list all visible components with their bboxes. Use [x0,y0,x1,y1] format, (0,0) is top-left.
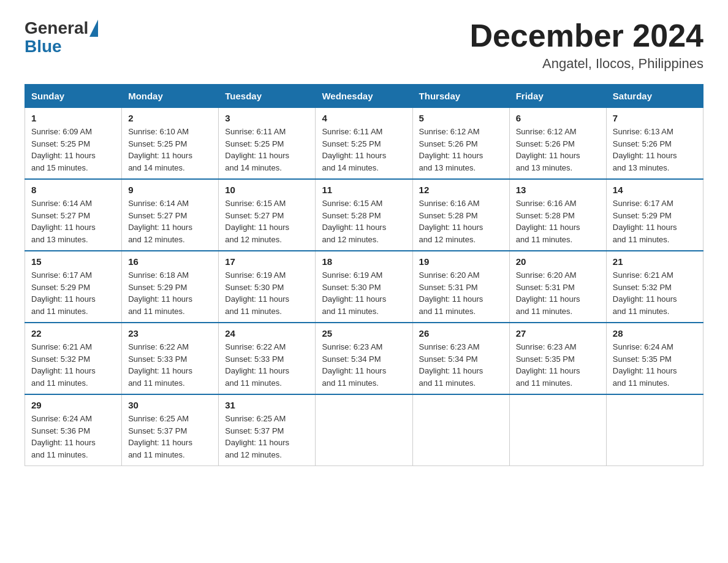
day-number: 10 [225,185,309,195]
day-number: 19 [419,256,503,267]
calendar-cell [316,394,412,466]
day-number: 28 [613,328,697,339]
day-number: 27 [516,328,600,339]
day-info: Sunrise: 6:18 AMSunset: 5:29 PMDaylight:… [128,269,212,317]
day-number: 7 [613,113,697,123]
day-info: Sunrise: 6:17 AMSunset: 5:29 PMDaylight:… [613,197,697,245]
day-info: Sunrise: 6:17 AMSunset: 5:29 PMDaylight:… [31,269,115,317]
day-info: Sunrise: 6:23 AMSunset: 5:34 PMDaylight:… [322,341,406,389]
page-header: General Blue December 2024 Angatel, Iloc… [25,18,703,72]
day-number: 9 [128,185,212,195]
day-number: 11 [322,185,406,195]
day-info: Sunrise: 6:25 AMSunset: 5:37 PMDaylight:… [128,413,212,461]
calendar-cell: 26Sunrise: 6:23 AMSunset: 5:34 PMDayligh… [412,323,509,394]
calendar-week-row: 1Sunrise: 6:09 AMSunset: 5:25 PMDaylight… [25,108,703,180]
calendar-cell [606,394,703,466]
day-info: Sunrise: 6:22 AMSunset: 5:33 PMDaylight:… [225,341,309,389]
day-number: 12 [419,185,503,195]
day-number: 4 [322,113,406,123]
calendar-table: SundayMondayTuesdayWednesdayThursdayFrid… [25,84,703,466]
day-number: 6 [516,113,600,123]
header-friday: Friday [509,85,606,108]
calendar-cell: 21Sunrise: 6:21 AMSunset: 5:32 PMDayligh… [606,251,703,323]
calendar-cell: 1Sunrise: 6:09 AMSunset: 5:25 PMDaylight… [25,108,122,180]
day-number: 20 [516,256,600,267]
day-number: 21 [613,256,697,267]
day-info: Sunrise: 6:25 AMSunset: 5:37 PMDaylight:… [225,413,309,461]
day-info: Sunrise: 6:11 AMSunset: 5:25 PMDaylight:… [225,126,309,174]
day-number: 29 [31,400,115,410]
header-tuesday: Tuesday [219,85,316,108]
day-info: Sunrise: 6:21 AMSunset: 5:32 PMDaylight:… [613,269,697,317]
calendar-cell: 20Sunrise: 6:20 AMSunset: 5:31 PMDayligh… [509,251,606,323]
day-info: Sunrise: 6:11 AMSunset: 5:25 PMDaylight:… [322,126,406,174]
calendar-cell [509,394,606,466]
calendar-cell: 9Sunrise: 6:14 AMSunset: 5:27 PMDaylight… [122,179,219,251]
calendar-cell: 28Sunrise: 6:24 AMSunset: 5:35 PMDayligh… [606,323,703,394]
calendar-cell: 22Sunrise: 6:21 AMSunset: 5:32 PMDayligh… [25,323,122,394]
calendar-cell: 14Sunrise: 6:17 AMSunset: 5:29 PMDayligh… [606,179,703,251]
day-number: 14 [613,185,697,195]
header-thursday: Thursday [412,85,509,108]
day-number: 31 [225,400,309,410]
calendar-cell: 17Sunrise: 6:19 AMSunset: 5:30 PMDayligh… [219,251,316,323]
calendar-header-row: SundayMondayTuesdayWednesdayThursdayFrid… [25,85,703,108]
day-info: Sunrise: 6:20 AMSunset: 5:31 PMDaylight:… [419,269,503,317]
header-wednesday: Wednesday [316,85,412,108]
calendar-cell: 6Sunrise: 6:12 AMSunset: 5:26 PMDaylight… [509,108,606,180]
day-info: Sunrise: 6:10 AMSunset: 5:25 PMDaylight:… [128,126,212,174]
day-info: Sunrise: 6:15 AMSunset: 5:28 PMDaylight:… [322,197,406,245]
day-number: 17 [225,256,309,267]
calendar-cell: 30Sunrise: 6:25 AMSunset: 5:37 PMDayligh… [122,394,219,466]
day-number: 26 [419,328,503,339]
day-info: Sunrise: 6:09 AMSunset: 5:25 PMDaylight:… [31,126,115,174]
day-info: Sunrise: 6:21 AMSunset: 5:32 PMDaylight:… [31,341,115,389]
day-info: Sunrise: 6:15 AMSunset: 5:27 PMDaylight:… [225,197,309,245]
logo: General Blue [25,18,98,55]
day-info: Sunrise: 6:24 AMSunset: 5:36 PMDaylight:… [31,413,115,461]
day-info: Sunrise: 6:23 AMSunset: 5:34 PMDaylight:… [419,341,503,389]
calendar-week-row: 22Sunrise: 6:21 AMSunset: 5:32 PMDayligh… [25,323,703,394]
day-number: 30 [128,400,212,410]
calendar-cell: 15Sunrise: 6:17 AMSunset: 5:29 PMDayligh… [25,251,122,323]
header-sunday: Sunday [25,85,122,108]
page-subtitle: Angatel, Ilocos, Philippines [469,56,703,72]
day-info: Sunrise: 6:20 AMSunset: 5:31 PMDaylight:… [516,269,600,317]
calendar-cell: 27Sunrise: 6:23 AMSunset: 5:35 PMDayligh… [509,323,606,394]
calendar-cell: 18Sunrise: 6:19 AMSunset: 5:30 PMDayligh… [316,251,412,323]
calendar-cell: 19Sunrise: 6:20 AMSunset: 5:31 PMDayligh… [412,251,509,323]
calendar-cell: 25Sunrise: 6:23 AMSunset: 5:34 PMDayligh… [316,323,412,394]
calendar-cell: 24Sunrise: 6:22 AMSunset: 5:33 PMDayligh… [219,323,316,394]
day-info: Sunrise: 6:22 AMSunset: 5:33 PMDaylight:… [128,341,212,389]
day-number: 1 [31,113,115,123]
day-number: 25 [322,328,406,339]
calendar-cell: 7Sunrise: 6:13 AMSunset: 5:26 PMDaylight… [606,108,703,180]
logo-text-blue: Blue [25,38,98,55]
calendar-cell: 10Sunrise: 6:15 AMSunset: 5:27 PMDayligh… [219,179,316,251]
day-number: 22 [31,328,115,339]
day-info: Sunrise: 6:23 AMSunset: 5:35 PMDaylight:… [516,341,600,389]
day-number: 5 [419,113,503,123]
day-number: 15 [31,256,115,267]
calendar-week-row: 15Sunrise: 6:17 AMSunset: 5:29 PMDayligh… [25,251,703,323]
day-info: Sunrise: 6:19 AMSunset: 5:30 PMDaylight:… [225,269,309,317]
calendar-cell [412,394,509,466]
calendar-cell: 12Sunrise: 6:16 AMSunset: 5:28 PMDayligh… [412,179,509,251]
calendar-cell: 11Sunrise: 6:15 AMSunset: 5:28 PMDayligh… [316,179,412,251]
day-info: Sunrise: 6:16 AMSunset: 5:28 PMDaylight:… [419,197,503,245]
day-info: Sunrise: 6:13 AMSunset: 5:26 PMDaylight:… [613,126,697,174]
day-number: 24 [225,328,309,339]
day-number: 13 [516,185,600,195]
header-monday: Monday [122,85,219,108]
calendar-cell: 8Sunrise: 6:14 AMSunset: 5:27 PMDaylight… [25,179,122,251]
day-info: Sunrise: 6:24 AMSunset: 5:35 PMDaylight:… [613,341,697,389]
calendar-week-row: 29Sunrise: 6:24 AMSunset: 5:36 PMDayligh… [25,394,703,466]
page-title: December 2024 [469,18,703,53]
calendar-cell: 2Sunrise: 6:10 AMSunset: 5:25 PMDaylight… [122,108,219,180]
calendar-cell: 5Sunrise: 6:12 AMSunset: 5:26 PMDaylight… [412,108,509,180]
day-info: Sunrise: 6:12 AMSunset: 5:26 PMDaylight:… [516,126,600,174]
day-info: Sunrise: 6:19 AMSunset: 5:30 PMDaylight:… [322,269,406,317]
day-info: Sunrise: 6:14 AMSunset: 5:27 PMDaylight:… [128,197,212,245]
day-info: Sunrise: 6:16 AMSunset: 5:28 PMDaylight:… [516,197,600,245]
day-number: 23 [128,328,212,339]
